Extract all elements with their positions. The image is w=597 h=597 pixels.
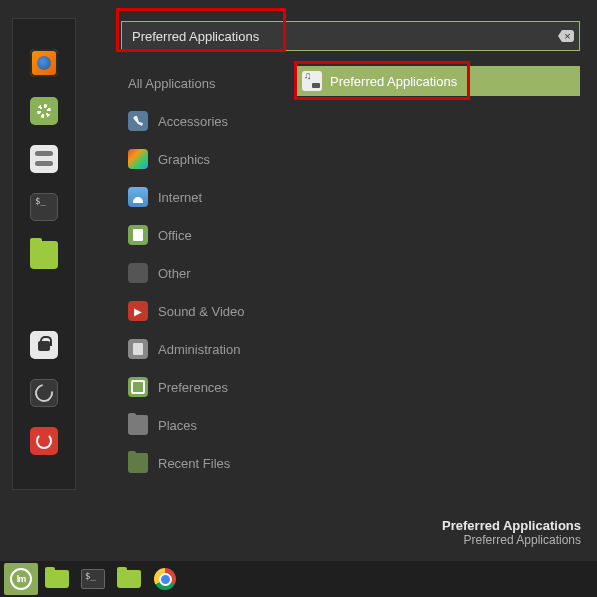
category-label: All Applications [128, 76, 215, 91]
sound-video-icon [128, 301, 148, 321]
taskbar-files2-button[interactable] [112, 563, 146, 595]
category-administration[interactable]: Administration [124, 330, 284, 368]
category-label: Places [158, 418, 197, 433]
start-menu-button[interactable] [4, 563, 38, 595]
category-preferences[interactable]: Preferences [124, 368, 284, 406]
category-list: All Applications Accessories Graphics In… [124, 64, 284, 482]
category-label: Accessories [158, 114, 228, 129]
category-recent-files[interactable]: Recent Files [124, 444, 284, 482]
terminal-icon [81, 569, 105, 589]
favorite-software-manager-icon[interactable] [30, 97, 58, 125]
application-tooltip: Preferred Applications Preferred Applica… [442, 518, 581, 547]
result-label: Preferred Applications [330, 74, 457, 89]
preferences-icon [128, 377, 148, 397]
tooltip-subtitle: Preferred Applications [442, 533, 581, 547]
taskbar-files-button[interactable] [40, 563, 74, 595]
accessories-icon [128, 111, 148, 131]
places-icon [128, 415, 148, 435]
category-all-applications[interactable]: All Applications [124, 64, 284, 102]
category-office[interactable]: Office [124, 216, 284, 254]
category-label: Preferences [158, 380, 228, 395]
preferred-applications-icon [302, 71, 322, 91]
category-accessories[interactable]: Accessories [124, 102, 284, 140]
recent-files-icon [128, 453, 148, 473]
result-preferred-applications[interactable]: Preferred Applications [296, 66, 580, 96]
category-label: Internet [158, 190, 202, 205]
chrome-icon [154, 568, 176, 590]
favorites-sidebar [12, 18, 76, 490]
favorite-system-settings-icon[interactable] [30, 145, 58, 173]
folder-icon [45, 570, 69, 588]
taskbar [0, 561, 597, 597]
category-other[interactable]: Other [124, 254, 284, 292]
favorite-terminal-icon[interactable] [30, 193, 58, 221]
favorite-firefox-icon[interactable] [30, 49, 58, 77]
category-label: Other [158, 266, 191, 281]
category-sound-video[interactable]: Sound & Video [124, 292, 284, 330]
lock-screen-icon[interactable] [30, 331, 58, 359]
folder-icon [117, 570, 141, 588]
internet-icon [128, 187, 148, 207]
category-label: Administration [158, 342, 240, 357]
office-icon [128, 225, 148, 245]
category-label: Office [158, 228, 192, 243]
graphics-icon [128, 149, 148, 169]
category-graphics[interactable]: Graphics [124, 140, 284, 178]
search-input[interactable] [121, 21, 580, 51]
logout-icon[interactable] [30, 379, 58, 407]
taskbar-terminal-button[interactable] [76, 563, 110, 595]
category-label: Graphics [158, 152, 210, 167]
mint-logo-icon [10, 568, 32, 590]
administration-icon [128, 339, 148, 359]
tooltip-title: Preferred Applications [442, 518, 581, 533]
results-list: Preferred Applications [296, 66, 580, 96]
taskbar-chrome-button[interactable] [148, 563, 182, 595]
category-label: Sound & Video [158, 304, 245, 319]
category-label: Recent Files [158, 456, 230, 471]
category-places[interactable]: Places [124, 406, 284, 444]
power-off-icon[interactable] [30, 427, 58, 455]
search-container [121, 21, 580, 51]
other-icon [128, 263, 148, 283]
favorite-files-icon[interactable] [30, 241, 58, 269]
category-internet[interactable]: Internet [124, 178, 284, 216]
